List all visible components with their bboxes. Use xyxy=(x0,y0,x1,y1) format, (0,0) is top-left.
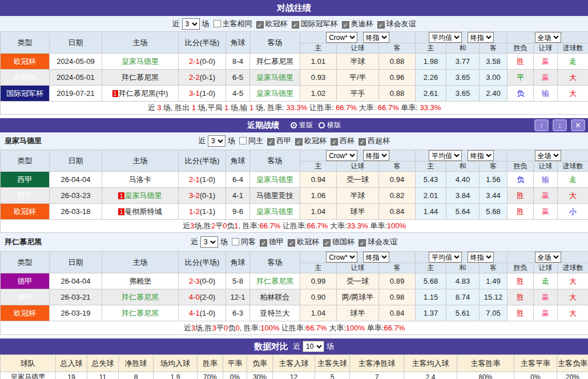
league-badge: 欧冠杯 xyxy=(1,70,50,86)
summary-segment: 让胜率: xyxy=(280,324,306,332)
col-type: 类型 xyxy=(1,252,50,273)
checkbox-球会友谊[interactable]: ✓ xyxy=(359,239,366,247)
europe-odds: 7.05 xyxy=(480,305,508,321)
checkbox-德甲[interactable]: ✓ xyxy=(260,239,267,247)
score: 1-2(1-1) xyxy=(179,204,226,220)
score: 2-3(0-0) xyxy=(179,273,226,289)
checkbox-球会友谊[interactable]: ✓ xyxy=(377,21,385,29)
rank-badge: 1 xyxy=(118,192,124,199)
match-date: 26-04-04 xyxy=(50,172,102,188)
result-cell: 输 xyxy=(534,172,558,188)
handicap-odds: 球半 xyxy=(337,305,379,321)
checkbox-同客[interactable] xyxy=(232,238,239,245)
checkbox-奥迪杯[interactable]: ✓ xyxy=(342,21,349,29)
result-label: 负 xyxy=(517,175,524,184)
result-cell: 输 xyxy=(534,86,558,102)
final-odds-select-1[interactable]: 终指 xyxy=(363,32,389,43)
home-team: 拜仁慕尼黑 xyxy=(102,289,179,305)
result-cell: 赢 xyxy=(534,70,558,86)
home-team-name: 拜仁慕尼黑 xyxy=(122,73,159,82)
team2-games-select[interactable]: 3 xyxy=(200,236,218,248)
handicap-odds: 0.84 xyxy=(379,305,416,321)
away-team: 皇家马德里 xyxy=(250,204,300,220)
near-label: 近 xyxy=(198,136,206,146)
compare-games-select[interactable]: 10 xyxy=(303,341,324,352)
corner-score: 6-4 xyxy=(226,172,250,188)
col-home: 主场 xyxy=(102,252,179,273)
checkbox-同主[interactable] xyxy=(239,137,247,144)
recent-title-bar: 近期战绩 竖版横版 ↑ ↓ ✕ xyxy=(0,118,588,132)
average-select[interactable]: 平均值 xyxy=(429,252,462,263)
result-label: 大 xyxy=(569,293,577,301)
handicap-odds: 1.06 xyxy=(300,188,337,204)
full-match-select[interactable]: 全场 xyxy=(535,252,561,263)
checkbox-欧冠杯[interactable]: ✓ xyxy=(256,21,264,29)
final-odds-select-1[interactable]: 终指 xyxy=(363,252,389,263)
home-team-name: 曼彻斯特城 xyxy=(125,207,162,216)
cmp-col: 球队 xyxy=(1,355,56,372)
move-down-button[interactable]: ↓ xyxy=(553,119,567,131)
handicap-odds: 受一球 xyxy=(337,273,379,289)
full-match-select[interactable]: 全场 xyxy=(535,150,561,161)
h2h-league-checkboxes: 主客相同✓欧冠杯✓国际冠军杯✓奥迪杯✓球会友谊 xyxy=(210,19,416,29)
result-label: 赢 xyxy=(542,207,549,216)
match-row: 国际冠军杯2019-07-211拜仁慕尼黑(中)3-1(1-0)4-5皇家马德里… xyxy=(1,86,588,102)
cmp-col: 主客失球 xyxy=(315,355,350,372)
home-team: 马洛卡 xyxy=(102,172,179,188)
h2h-games-select[interactable]: 3 xyxy=(182,18,200,30)
away-team: 柏林联合 xyxy=(250,289,300,305)
score: 2-1(0-0) xyxy=(179,54,226,70)
odds-group-1: Crow* 终指 xyxy=(300,150,416,162)
match-date: 26-03-21 xyxy=(50,289,102,305)
handicap-odds: 1.04 xyxy=(300,204,337,220)
fulltime-score: 2-1 xyxy=(189,175,200,184)
compare-title: 数据对比 xyxy=(254,341,288,352)
match-date: 26-03-19 xyxy=(50,305,102,321)
final-odds-select-2[interactable]: 终指 xyxy=(468,252,494,263)
europe-odds: 1.44 xyxy=(416,204,446,220)
result-cell: 小 xyxy=(558,204,588,220)
checkbox-主客相同[interactable] xyxy=(214,20,221,27)
score: 4-0(2-0) xyxy=(179,289,226,305)
handicap-odds: 0.89 xyxy=(379,273,416,289)
odds-group-2: 平均值 终指 xyxy=(416,32,508,43)
result-cell: 大 xyxy=(558,289,588,305)
checkbox-欧冠杯[interactable]: ✓ xyxy=(288,239,295,247)
bookmaker-select[interactable]: Crow* xyxy=(326,252,357,263)
full-match-select[interactable]: 全场 xyxy=(535,32,561,43)
radio-竖版[interactable] xyxy=(291,122,297,128)
checkbox-西甲[interactable]: ✓ xyxy=(267,138,275,146)
checkbox-西杯[interactable]: ✓ xyxy=(331,138,338,146)
scope-group: 全场 xyxy=(508,252,588,263)
checkbox-西超杯[interactable]: ✓ xyxy=(359,138,366,146)
summary-segment: 1 xyxy=(234,221,238,230)
final-odds-select-2[interactable]: 终指 xyxy=(468,32,494,43)
result-cell: 胜 xyxy=(508,204,534,220)
final-odds-select-2[interactable]: 终指 xyxy=(468,150,494,161)
final-odds-select-1[interactable]: 终指 xyxy=(363,150,389,161)
checkbox-label: 主客相同 xyxy=(223,19,252,28)
cmp-col: 平率 xyxy=(223,355,247,372)
checkbox-国际冠军杯[interactable]: ✓ xyxy=(292,21,299,29)
bookmaker-select[interactable]: Crow* xyxy=(326,150,357,161)
home-team: 1曼彻斯特城 xyxy=(102,204,179,220)
bookmaker-select[interactable]: Crow* xyxy=(326,32,357,43)
sub-col: 客 xyxy=(480,162,508,172)
close-button[interactable]: ✕ xyxy=(571,119,585,131)
handicap-odds: 0.84 xyxy=(379,204,416,220)
away-team-name: 柏林联合 xyxy=(260,293,290,301)
checkbox-label: 欧冠杯 xyxy=(265,19,288,28)
radio-横版[interactable] xyxy=(319,122,325,128)
checkbox-欧冠杯[interactable]: ✓ xyxy=(295,138,303,146)
average-select[interactable]: 平均值 xyxy=(429,150,462,161)
home-team-name: 马洛卡 xyxy=(129,175,151,184)
team1-name: 皇家马德里 xyxy=(5,136,42,146)
move-up-button[interactable]: ↑ xyxy=(534,119,549,131)
home-team: 拜仁慕尼黑 xyxy=(102,70,179,86)
team1-games-select[interactable]: 3 xyxy=(208,135,225,147)
checkbox-德国杯[interactable]: ✓ xyxy=(323,239,331,247)
sub-col: 和 xyxy=(446,162,480,172)
summary-segment: 大率: xyxy=(327,324,346,332)
average-select[interactable]: 平均值 xyxy=(429,32,462,43)
home-team: 皇家马德里 xyxy=(102,54,179,70)
